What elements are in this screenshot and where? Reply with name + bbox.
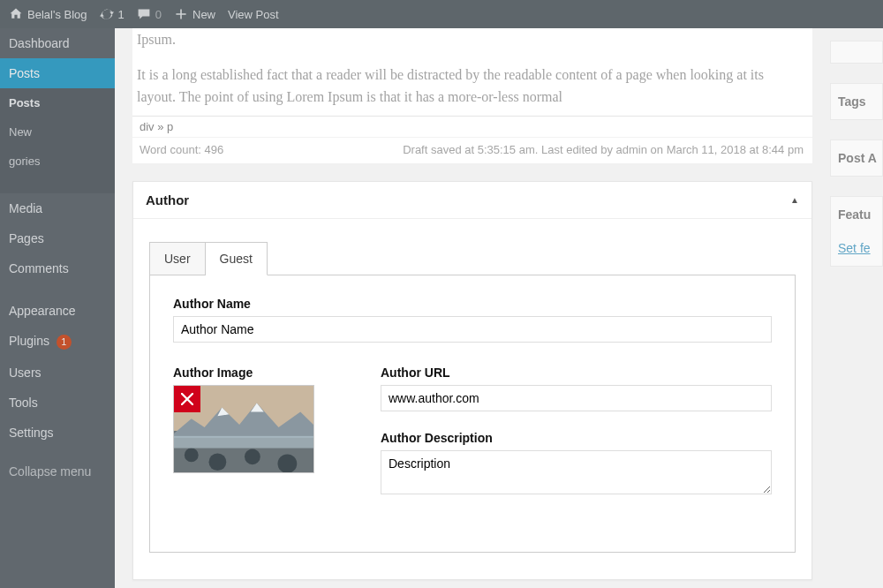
home-icon bbox=[9, 7, 23, 21]
editor-paragraph: It is a long established fact that a rea… bbox=[137, 64, 804, 109]
sidebar-sub-categories[interactable]: gories bbox=[0, 147, 115, 176]
tags-metabox[interactable]: Tags bbox=[830, 83, 883, 120]
author-url-label: Author URL bbox=[381, 366, 772, 380]
tab-guest[interactable]: Guest bbox=[206, 242, 268, 275]
editor-status-bar: Word count: 496 Draft saved at 5:35:15 a… bbox=[132, 137, 812, 163]
svg-point-5 bbox=[278, 454, 298, 472]
comments-count: 0 bbox=[155, 8, 162, 21]
collapse-toggle-icon[interactable]: ▲ bbox=[790, 195, 799, 205]
sidebar-submenu-posts: Posts New gories bbox=[0, 88, 115, 193]
view-post-link[interactable]: View Post bbox=[228, 8, 279, 21]
updates-count: 1 bbox=[118, 8, 125, 21]
sidebar-item-comments[interactable]: Comments bbox=[0, 253, 115, 283]
right-box-empty bbox=[830, 41, 883, 64]
sidebar-item-media[interactable]: Media bbox=[0, 193, 115, 223]
sidebar-item-plugins[interactable]: Plugins 1 bbox=[0, 326, 115, 358]
set-featured-link[interactable]: Set fe bbox=[838, 241, 871, 255]
save-status: Draft saved at 5:35:15 am. Last edited b… bbox=[403, 143, 804, 156]
admin-bar: Belal's Blog 1 0 New View Post bbox=[0, 0, 883, 28]
editor-body[interactable]: Ipsum. It is a long established fact tha… bbox=[132, 28, 812, 116]
author-desc-textarea[interactable] bbox=[381, 450, 772, 494]
admin-sidebar: Dashboard Posts Posts New gories Media P… bbox=[0, 28, 115, 588]
sidebar-item-appearance[interactable]: Appearance bbox=[0, 296, 115, 326]
guest-tab-panel: Author Name Author Image bbox=[149, 275, 796, 553]
sidebar-item-posts[interactable]: Posts bbox=[0, 58, 115, 88]
sidebar-item-pages[interactable]: Pages bbox=[0, 223, 115, 253]
svg-point-4 bbox=[245, 449, 260, 464]
author-desc-label: Author Description bbox=[381, 431, 772, 445]
site-name: Belal's Blog bbox=[27, 8, 87, 21]
editor-path[interactable]: div » p bbox=[132, 116, 812, 137]
comment-icon bbox=[137, 7, 151, 21]
svg-point-2 bbox=[185, 448, 199, 462]
refresh-icon bbox=[100, 7, 114, 21]
author-image-thumbnail[interactable] bbox=[173, 385, 314, 473]
author-name-input[interactable] bbox=[173, 316, 772, 343]
plus-icon bbox=[174, 7, 188, 21]
close-icon bbox=[181, 393, 193, 405]
author-name-label: Author Name bbox=[173, 297, 772, 311]
sidebar-sub-posts[interactable]: Posts bbox=[0, 88, 115, 117]
main-content: Ipsum. It is a long established fact tha… bbox=[115, 28, 883, 588]
right-sidebar: Tags Post A Featu Set fe bbox=[830, 28, 883, 286]
site-link[interactable]: Belal's Blog bbox=[9, 7, 87, 21]
sidebar-sub-tags[interactable] bbox=[0, 176, 115, 193]
sidebar-item-label: Plugins bbox=[9, 334, 49, 348]
author-image-label: Author Image bbox=[173, 366, 328, 380]
sidebar-item-dashboard[interactable]: Dashboard bbox=[0, 28, 115, 58]
plugins-badge: 1 bbox=[57, 335, 72, 350]
author-metabox: Author ▲ User Guest Author Name Author I… bbox=[132, 181, 812, 580]
post-attributes-metabox[interactable]: Post A bbox=[830, 139, 883, 177]
sidebar-item-users[interactable]: Users bbox=[0, 358, 115, 388]
comments-link[interactable]: 0 bbox=[137, 7, 162, 21]
sidebar-collapse[interactable]: Collapse menu bbox=[0, 456, 115, 486]
view-post-label: View Post bbox=[228, 8, 279, 21]
editor-area: Ipsum. It is a long established fact tha… bbox=[132, 28, 812, 163]
new-link[interactable]: New bbox=[174, 7, 215, 21]
sidebar-sub-new[interactable]: New bbox=[0, 117, 115, 147]
author-image-column: Author Image bbox=[173, 366, 328, 516]
word-count: Word count: 496 bbox=[140, 143, 223, 156]
sidebar-item-tools[interactable]: Tools bbox=[0, 388, 115, 418]
sidebar-item-settings[interactable]: Settings bbox=[0, 418, 115, 448]
svg-rect-6 bbox=[174, 436, 313, 449]
tab-user[interactable]: User bbox=[149, 242, 206, 275]
new-label: New bbox=[192, 8, 215, 21]
editor-paragraph: Ipsum. bbox=[137, 28, 804, 51]
author-tabs: User Guest bbox=[149, 242, 796, 275]
author-metabox-header: Author ▲ bbox=[133, 182, 811, 219]
author-fields-column: Author URL Author Description bbox=[381, 366, 772, 516]
remove-image-button[interactable] bbox=[174, 386, 200, 412]
author-tabs-container: User Guest Author Name Author Image bbox=[133, 219, 811, 579]
featured-image-metabox[interactable]: Featu Set fe bbox=[830, 196, 883, 267]
author-metabox-title: Author bbox=[146, 192, 189, 207]
svg-point-3 bbox=[209, 453, 227, 471]
author-url-input[interactable] bbox=[381, 385, 772, 411]
updates-link[interactable]: 1 bbox=[100, 7, 125, 21]
